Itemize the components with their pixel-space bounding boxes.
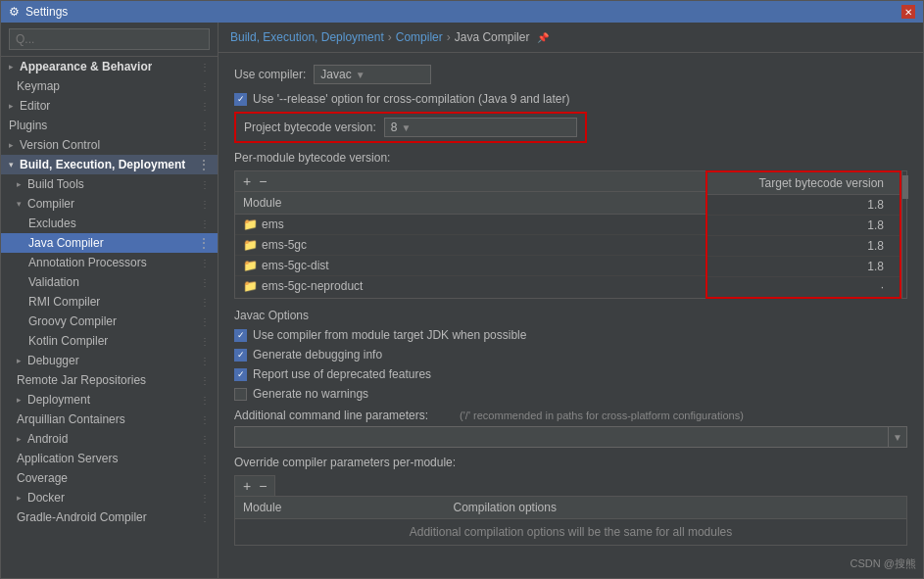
- gear-icon: ⋮: [200, 179, 210, 190]
- additional-params-input[interactable]: [234, 426, 889, 448]
- option2-row: ✓ Generate debugging info: [234, 348, 907, 362]
- module-col-header: Module: [235, 192, 705, 215]
- gear-icon: ⋮: [200, 375, 210, 386]
- sidebar-item-appearance[interactable]: ▸Appearance & Behavior ⋮: [1, 57, 218, 76]
- target-col-header: Target bytecode version: [707, 172, 900, 195]
- gear-icon: ⋮: [200, 62, 210, 72]
- additional-params-label: Additional command line parameters:: [234, 409, 428, 422]
- sidebar-label: Version Control: [20, 138, 100, 152]
- sidebar-label: Coverage: [17, 471, 68, 485]
- search-input[interactable]: [9, 28, 210, 50]
- gear-icon: ⋮: [200, 454, 210, 464]
- gear-icon: ⋮: [200, 218, 210, 229]
- sidebar-label: Java Compiler: [28, 236, 104, 250]
- sidebar-item-excludes[interactable]: Excludes ⋮: [1, 214, 218, 233]
- table-row[interactable]: 📁ems-5gc-neproduct: [235, 276, 705, 297]
- sidebar-item-remote-jar[interactable]: Remote Jar Repositories ⋮: [1, 370, 218, 390]
- arrow-icon: ▸: [17, 493, 22, 503]
- target-version: 1.8: [707, 195, 900, 216]
- sidebar-item-android[interactable]: ▸Android ⋮: [1, 429, 218, 449]
- option1-row: ✓ Use compiler from module target JDK wh…: [234, 328, 907, 342]
- target-version: ·: [707, 277, 900, 298]
- sidebar-label: Editor: [20, 99, 50, 113]
- sidebar-item-groovy[interactable]: Groovy Compiler ⋮: [1, 312, 218, 331]
- scrollbar[interactable]: [901, 170, 907, 299]
- project-bytecode-row: Project bytecode version: 8 ▼: [234, 112, 587, 143]
- table-row[interactable]: 1.8: [707, 216, 900, 236]
- breadcrumb-link-compiler[interactable]: Compiler: [396, 30, 443, 44]
- gear-icon: ⋮: [200, 493, 210, 504]
- override-table: Module Compilation options Additional co…: [235, 497, 906, 545]
- breadcrumb-sep: ›: [388, 30, 392, 44]
- arrow-icon: ▸: [9, 140, 14, 150]
- sidebar-item-plugins[interactable]: Plugins ⋮: [1, 116, 218, 135]
- sidebar-scroll[interactable]: ▸Appearance & Behavior ⋮ Keymap ⋮ ▸Edito…: [1, 57, 218, 578]
- gear-icon: ⋮: [200, 336, 210, 347]
- add-module-button[interactable]: +: [241, 174, 253, 188]
- gear-icon: ⋮: [200, 512, 210, 523]
- table-row[interactable]: 1.8: [707, 195, 900, 216]
- table-row[interactable]: 📁ems-5gc-dist: [235, 256, 705, 276]
- use-release-checkbox[interactable]: ✓: [234, 93, 247, 106]
- sidebar-label: Remote Jar Repositories: [17, 373, 146, 387]
- sidebar-item-kotlin[interactable]: Kotlin Compiler ⋮: [1, 331, 218, 351]
- option2-label: Generate debugging info: [253, 348, 382, 362]
- arrow-icon: ▸: [17, 395, 22, 405]
- remove-module-button[interactable]: −: [257, 174, 268, 188]
- sidebar-item-app-servers[interactable]: Application Servers ⋮: [1, 449, 218, 468]
- target-version: 1.8: [707, 257, 900, 277]
- add-override-button[interactable]: +: [241, 479, 253, 493]
- settings-content-area: Use compiler: Javac ▼ ✓ Use '--release' …: [219, 53, 923, 578]
- sidebar-item-gradle-android[interactable]: Gradle-Android Compiler ⋮: [1, 507, 218, 527]
- sidebar-label: Excludes: [28, 217, 76, 230]
- table-row[interactable]: 1.8: [707, 236, 900, 257]
- sidebar-item-java-compiler[interactable]: Java Compiler ⋮: [1, 233, 218, 253]
- main-content: ▸Appearance & Behavior ⋮ Keymap ⋮ ▸Edito…: [1, 23, 923, 578]
- sidebar-label: Validation: [28, 275, 79, 289]
- scroll-down-button[interactable]: ▼: [889, 426, 907, 448]
- compiler-value: Javac: [320, 68, 351, 81]
- gear-icon: ⋮: [200, 101, 210, 112]
- sidebar-label: Annotation Processors: [28, 256, 147, 269]
- table-row[interactable]: 1.8: [707, 257, 900, 277]
- sidebar-item-keymap[interactable]: Keymap ⋮: [1, 76, 218, 96]
- sidebar-item-docker[interactable]: ▸Docker ⋮: [1, 488, 218, 507]
- sidebar-item-arquillian[interactable]: Arquillian Containers ⋮: [1, 410, 218, 429]
- close-button[interactable]: ✕: [901, 5, 915, 19]
- sidebar-item-compiler[interactable]: ▾Compiler ⋮: [1, 194, 218, 214]
- target-version-table: Target bytecode version 1.8 1.8: [707, 172, 900, 297]
- sidebar-item-editor[interactable]: ▸Editor ⋮: [1, 96, 218, 116]
- gear-icon: ⋮: [200, 121, 210, 131]
- sidebar-item-debugger[interactable]: ▸Debugger ⋮: [1, 351, 218, 370]
- sidebar-label: Build, Execution, Deployment: [20, 158, 185, 171]
- breadcrumb-link-build[interactable]: Build, Execution, Deployment: [230, 30, 384, 44]
- sidebar-item-build-execution[interactable]: ▾Build, Execution, Deployment ⋮: [1, 155, 218, 174]
- option2-checkbox[interactable]: ✓: [234, 349, 247, 362]
- sidebar-item-rmi[interactable]: RMI Compiler ⋮: [1, 292, 218, 312]
- remove-override-button[interactable]: −: [257, 479, 268, 493]
- table-row[interactable]: 📁ems-5gc: [235, 235, 705, 256]
- sidebar-item-deployment[interactable]: ▸Deployment ⋮: [1, 390, 218, 410]
- project-bytecode-select[interactable]: 8 ▼: [384, 118, 577, 137]
- sidebar-item-build-tools[interactable]: ▸Build Tools ⋮: [1, 174, 218, 194]
- table-row[interactable]: 📁ems: [235, 215, 705, 235]
- gear-icon: ⋮: [200, 356, 210, 366]
- sidebar-item-annotation[interactable]: Annotation Processors ⋮: [1, 253, 218, 272]
- sidebar-item-validation[interactable]: Validation ⋮: [1, 272, 218, 292]
- sidebar-item-coverage[interactable]: Coverage ⋮: [1, 468, 218, 488]
- gear-icon: ⋮: [198, 236, 210, 250]
- option1-checkbox[interactable]: ✓: [234, 329, 247, 342]
- override-options-col: Compilation options: [446, 497, 906, 519]
- option3-row: ✓ Report use of deprecated features: [234, 367, 907, 381]
- option3-checkbox[interactable]: ✓: [234, 368, 247, 381]
- breadcrumb: Build, Execution, Deployment › Compiler …: [219, 23, 923, 53]
- compiler-select[interactable]: Javac ▼: [314, 65, 431, 84]
- option4-checkbox[interactable]: [234, 388, 247, 401]
- per-module-section: + − Module 📁ems: [234, 170, 907, 299]
- sidebar-label: Deployment: [27, 393, 90, 407]
- gear-icon: ⋮: [200, 258, 210, 268]
- table-row[interactable]: ·: [707, 277, 900, 298]
- arrow-icon: ▸: [17, 356, 22, 365]
- sidebar-item-version-control[interactable]: ▸Version Control ⋮: [1, 135, 218, 155]
- gear-icon: ⋮: [200, 316, 210, 327]
